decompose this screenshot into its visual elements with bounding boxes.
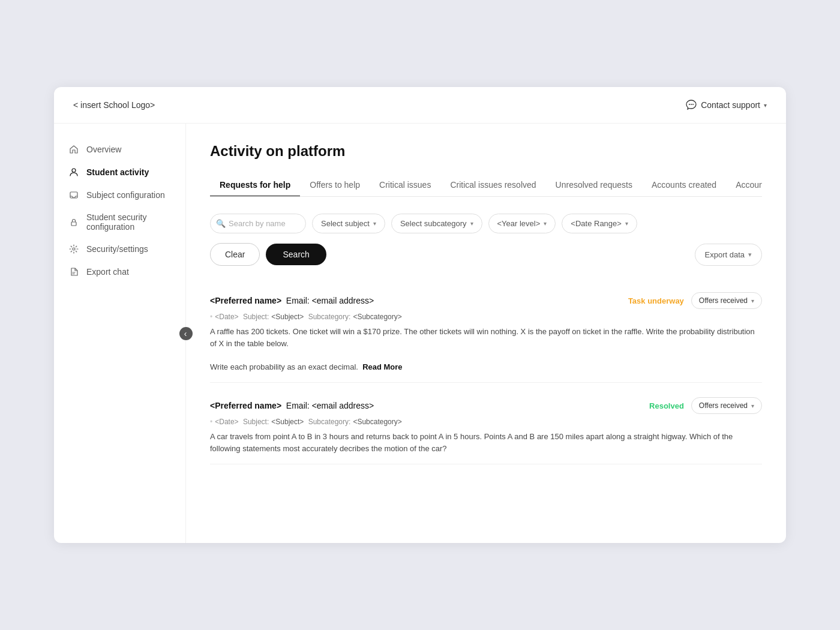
request-list: <Preferred name> Email: <email address> … xyxy=(210,283,762,464)
export-data-button[interactable]: Export data ▾ xyxy=(695,244,763,266)
header: < insert School Logo> Contact support ▾ xyxy=(54,87,786,124)
request-email: Email: <email address> xyxy=(286,401,374,410)
sidebar-label-student-activity: Student activity xyxy=(86,167,149,177)
sidebar-label-student-security: Student security configuration xyxy=(86,212,171,232)
search-wrapper: 🔍 xyxy=(210,214,306,233)
request-status-area: Task underway Offers received ▾ xyxy=(628,292,762,309)
svg-point-1 xyxy=(691,104,692,105)
request-status-area: Resolved Offers received ▾ xyxy=(649,397,762,414)
inbox-icon xyxy=(68,190,79,200)
date-range-label: <Date Range> xyxy=(571,219,622,228)
sidebar-item-student-security[interactable]: Student security configuration xyxy=(54,206,185,238)
request-card: <Preferred name> Email: <email address> … xyxy=(210,283,762,383)
chevron-down-icon: ▾ xyxy=(751,403,754,409)
tab-critical-issues[interactable]: Critical issues xyxy=(370,174,440,197)
clear-button[interactable]: Clear xyxy=(210,243,260,266)
sidebar-label-security-settings: Security/settings xyxy=(86,244,148,254)
chevron-down-icon: ▾ xyxy=(625,220,628,227)
chevron-down-icon: ▾ xyxy=(544,220,547,227)
offers-label: Offers received xyxy=(699,401,748,410)
chat-icon xyxy=(685,99,697,111)
request-name: <Preferred name> xyxy=(210,296,281,305)
request-header: <Preferred name> Email: <email address> … xyxy=(210,397,762,414)
svg-point-0 xyxy=(689,104,690,105)
status-badge: Task underway xyxy=(628,296,684,305)
subcategory-select[interactable]: Select subcategory ▾ xyxy=(391,214,482,233)
request-meta: • <Date> Subject: <Subject> Subcategory:… xyxy=(210,313,762,321)
search-icon: 🔍 xyxy=(216,219,226,228)
request-header: <Preferred name> Email: <email address> … xyxy=(210,292,762,309)
svg-point-2 xyxy=(692,104,694,105)
sidebar-item-subject-configuration[interactable]: Subject configuration xyxy=(54,184,185,206)
svg-rect-5 xyxy=(71,222,76,226)
tab-accounts-blocked[interactable]: Accounts blocked xyxy=(726,174,762,197)
sidebar-label-subject-configuration: Subject configuration xyxy=(86,190,165,200)
tab-critical-issues-resolved[interactable]: Critical issues resolved xyxy=(440,174,545,197)
sidebar-toggle[interactable] xyxy=(179,327,193,340)
request-meta: • <Date> Subject: <Subject> Subcategory:… xyxy=(210,418,762,426)
home-icon xyxy=(68,144,79,155)
chevron-down-icon: ▾ xyxy=(764,102,767,109)
actions-row: Clear Search Export data ▾ xyxy=(210,243,762,266)
gear-icon xyxy=(68,244,79,254)
year-level-label: <Year level> xyxy=(497,219,541,228)
chevron-down-icon: ▾ xyxy=(751,298,754,304)
request-name: <Preferred name> xyxy=(210,401,281,410)
offers-dropdown[interactable]: Offers received ▾ xyxy=(691,397,762,414)
page-title: Activity on platform xyxy=(210,143,762,160)
subject-select-label: Select subject xyxy=(321,219,370,228)
tab-offers-to-help[interactable]: Offers to help xyxy=(300,174,370,197)
lock-icon xyxy=(68,217,79,227)
svg-point-6 xyxy=(73,248,75,250)
request-name-email: <Preferred name> Email: <email address> xyxy=(210,401,374,410)
main-content: Activity on platform Requests for help O… xyxy=(186,124,786,543)
date-range-select[interactable]: <Date Range> ▾ xyxy=(562,214,637,233)
tab-accounts-created[interactable]: Accounts created xyxy=(642,174,726,197)
chevron-down-icon: ▾ xyxy=(748,251,752,259)
tab-requests-for-help[interactable]: Requests for help xyxy=(210,174,300,197)
request-body: A car travels from point A to B in 3 hou… xyxy=(210,431,762,454)
export-data-label: Export data xyxy=(705,250,745,259)
document-icon xyxy=(68,266,79,277)
chevron-down-icon: ▾ xyxy=(470,220,473,227)
search-button[interactable]: Search xyxy=(266,244,326,265)
contact-support-button[interactable]: Contact support ▾ xyxy=(685,99,767,111)
svg-point-3 xyxy=(72,169,76,172)
status-badge: Resolved xyxy=(649,401,684,410)
person-icon xyxy=(68,167,79,178)
body-layout: Overview Student activity Subject config… xyxy=(54,124,786,543)
subcategory-select-label: Select subcategory xyxy=(400,219,467,228)
tab-unresolved-requests[interactable]: Unresolved requests xyxy=(546,174,642,197)
request-email: Email: <email address> xyxy=(286,296,374,305)
contact-support-label: Contact support xyxy=(701,100,760,110)
sidebar-item-student-activity[interactable]: Student activity xyxy=(54,161,185,184)
read-more-link[interactable]: Read More xyxy=(362,362,402,371)
offers-label: Offers received xyxy=(699,296,748,305)
school-logo: < insert School Logo> xyxy=(73,100,155,110)
request-card: <Preferred name> Email: <email address> … xyxy=(210,388,762,464)
sidebar-item-overview[interactable]: Overview xyxy=(54,138,185,161)
request-body: A raffle has 200 tickets. One ticket wil… xyxy=(210,326,762,373)
sidebar-label-export-chat: Export chat xyxy=(86,267,129,277)
chevron-down-icon: ▾ xyxy=(373,220,376,227)
app-container: < insert School Logo> Contact support ▾ … xyxy=(54,87,786,543)
offers-dropdown[interactable]: Offers received ▾ xyxy=(691,292,762,309)
request-name-email: <Preferred name> Email: <email address> xyxy=(210,296,374,305)
sidebar-item-export-chat[interactable]: Export chat xyxy=(54,260,185,283)
tabs-bar: Requests for help Offers to help Critica… xyxy=(210,174,762,197)
sidebar: Overview Student activity Subject config… xyxy=(54,124,186,543)
year-level-select[interactable]: <Year level> ▾ xyxy=(488,214,556,233)
sidebar-label-overview: Overview xyxy=(86,145,121,154)
sidebar-item-security-settings[interactable]: Security/settings xyxy=(54,238,185,260)
subject-select[interactable]: Select subject ▾ xyxy=(312,214,385,233)
filters-row: 🔍 Select subject ▾ Select subcategory ▾ … xyxy=(210,214,762,233)
